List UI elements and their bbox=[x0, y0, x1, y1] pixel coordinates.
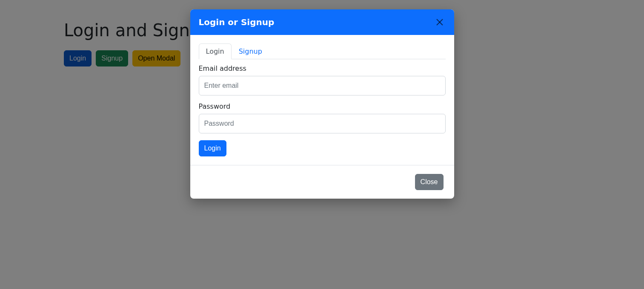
password-label: Password bbox=[199, 102, 446, 110]
modal-title: Login or Signup bbox=[199, 17, 275, 27]
close-icon[interactable] bbox=[434, 16, 446, 28]
modal-footer: Close bbox=[190, 165, 454, 199]
submit-login-button[interactable]: Login bbox=[199, 140, 226, 156]
close-button[interactable]: Close bbox=[415, 174, 444, 190]
modal-header: Login or Signup bbox=[190, 9, 454, 35]
tab-signup[interactable]: Signup bbox=[232, 43, 269, 59]
modal-tabs: Login Signup bbox=[199, 43, 446, 59]
modal-body: Login Signup Email address Password Logi… bbox=[190, 35, 454, 165]
tab-login[interactable]: Login bbox=[199, 43, 232, 59]
password-input[interactable] bbox=[199, 114, 446, 133]
login-signup-modal: Login or Signup Login Signup Email addre… bbox=[190, 9, 454, 199]
login-form: Email address Password Login bbox=[199, 64, 446, 156]
email-label: Email address bbox=[199, 64, 446, 72]
email-input[interactable] bbox=[199, 76, 446, 95]
